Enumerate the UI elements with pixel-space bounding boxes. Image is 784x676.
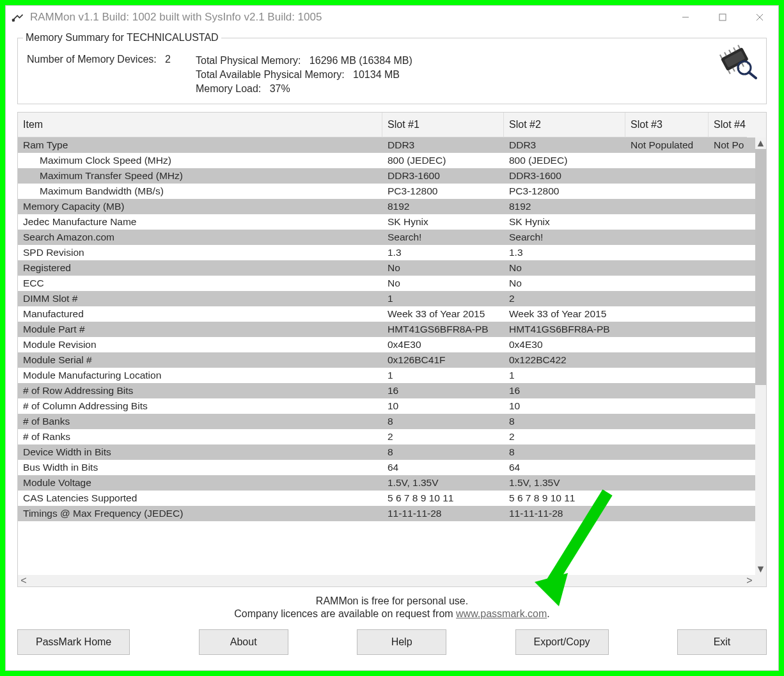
- passmark-link[interactable]: www.passmark.com: [456, 608, 547, 619]
- row-slot3: [625, 214, 709, 230]
- table-row[interactable]: Maximum Transfer Speed (MHz)DDR3-1600DDR…: [18, 168, 766, 184]
- row-label: Module Serial #: [18, 352, 382, 368]
- row-slot1: 1.3: [382, 245, 504, 260]
- row-slot4: [709, 475, 747, 491]
- row-slot2: 0x4E30: [504, 337, 625, 352]
- table-row[interactable]: Module Part #HMT41GS6BFR8A-PBHMT41GS6BFR…: [18, 322, 766, 337]
- row-label: Maximum Clock Speed (MHz): [18, 153, 382, 168]
- window-title: RAMMon v1.1 Build: 1002 built with SysIn…: [30, 11, 322, 24]
- table-row[interactable]: # of Ranks22: [18, 429, 766, 444]
- table-row[interactable]: RegisteredNoNo: [18, 260, 766, 276]
- minimize-button[interactable]: [667, 6, 704, 29]
- table-row[interactable]: SPD Revision1.31.3: [18, 245, 766, 260]
- row-label: Maximum Bandwidth (MB/s): [18, 184, 382, 199]
- row-slot1: 1: [382, 291, 504, 306]
- titlebar: RAMMon v1.1 Build: 1002 built with SysIn…: [6, 6, 778, 29]
- row-slot1: HMT41GS6BFR8A-PB: [382, 322, 504, 337]
- row-label: SPD Revision: [18, 245, 382, 260]
- table-row[interactable]: Search Amazon.comSearch!Search!: [18, 230, 766, 245]
- row-label: Bus Width in Bits: [18, 460, 382, 475]
- table-row[interactable]: # of Banks88: [18, 414, 766, 429]
- table-row[interactable]: Module Manufacturing Location11: [18, 368, 766, 383]
- total-avail-value: 10134 MB: [353, 69, 400, 80]
- svg-line-12: [728, 70, 730, 74]
- vertical-scrollbar[interactable]: ▲ ▼: [755, 138, 766, 575]
- table-row[interactable]: DIMM Slot #12: [18, 291, 766, 306]
- maximize-button[interactable]: [704, 6, 741, 29]
- svg-rect-2: [719, 14, 726, 20]
- row-slot4: [709, 429, 747, 444]
- row-slot3: [625, 506, 709, 521]
- close-button[interactable]: [741, 6, 778, 29]
- row-slot2: No: [504, 276, 625, 291]
- help-button[interactable]: Help: [357, 629, 446, 655]
- svg-line-8: [725, 52, 726, 56]
- row-slot1: 64: [382, 460, 504, 475]
- table-row[interactable]: ManufacturedWeek 33 of Year 2015Week 33 …: [18, 306, 766, 322]
- scroll-right-icon[interactable]: >: [744, 575, 755, 586]
- about-button[interactable]: About: [199, 629, 288, 655]
- table-row[interactable]: Ram TypeDDR3DDR3Not PopulatedNot Po: [18, 138, 766, 153]
- scroll-down-icon[interactable]: ▼: [755, 563, 766, 575]
- total-phys-value: 16296 MB (16384 MB): [310, 55, 412, 66]
- col-slot2[interactable]: Slot #2: [504, 113, 625, 138]
- row-slot2: 2: [504, 429, 625, 444]
- row-slot2[interactable]: Search!: [504, 230, 625, 245]
- row-slot2: 8192: [504, 199, 625, 214]
- passmark-home-button[interactable]: PassMark Home: [17, 629, 130, 655]
- summary-legend: Memory Summary for TECHNICALUSTAD: [23, 32, 221, 43]
- scrollbar-thumb[interactable]: [755, 149, 766, 385]
- row-slot1[interactable]: Search!: [382, 230, 504, 245]
- footer-line2-post: .: [547, 608, 549, 619]
- row-slot2: 10: [504, 398, 625, 414]
- row-slot4: [709, 214, 747, 230]
- row-slot1: DDR3-1600: [382, 168, 504, 184]
- table-row[interactable]: Device Width in Bits88: [18, 444, 766, 460]
- row-slot3: [625, 414, 709, 429]
- col-slot3[interactable]: Slot #3: [625, 113, 709, 138]
- row-slot3: [625, 230, 709, 245]
- table-row[interactable]: ECCNoNo: [18, 276, 766, 291]
- col-item[interactable]: Item: [18, 113, 382, 138]
- table-row[interactable]: # of Row Addressing Bits1616: [18, 383, 766, 398]
- table-row[interactable]: Memory Capacity (MB)81928192: [18, 199, 766, 214]
- scroll-up-icon[interactable]: ▲: [755, 138, 766, 149]
- table-header-row: Item Slot #1 Slot #2 Slot #3 Slot #4: [18, 113, 766, 138]
- row-slot3: [625, 444, 709, 460]
- exit-button[interactable]: Exit: [677, 629, 767, 655]
- row-slot1: 16: [382, 383, 504, 398]
- col-slot4[interactable]: Slot #4: [709, 113, 747, 138]
- row-label: Maximum Transfer Speed (MHz): [18, 168, 382, 184]
- row-slot2: DDR3: [504, 138, 625, 153]
- table-row[interactable]: Jedec Manufacture NameSK HynixSK Hynix: [18, 214, 766, 230]
- row-slot2: No: [504, 260, 625, 276]
- row-slot2: 1: [504, 368, 625, 383]
- table-row[interactable]: Module Voltage1.5V, 1.35V1.5V, 1.35V: [18, 475, 766, 491]
- table-row[interactable]: Module Serial #0x126BC41F0x122BC422: [18, 352, 766, 368]
- table-row[interactable]: CAS Latencies Supported5 6 7 8 9 10 115 …: [18, 491, 766, 506]
- row-slot1: 800 (JEDEC): [382, 153, 504, 168]
- scroll-left-icon[interactable]: <: [18, 575, 29, 586]
- export-copy-button[interactable]: Export/Copy: [515, 629, 609, 655]
- total-phys-label: Total Physical Memory:: [196, 55, 301, 66]
- row-slot3: [625, 260, 709, 276]
- table-row[interactable]: # of Column Addressing Bits1010: [18, 398, 766, 414]
- table-row[interactable]: Maximum Clock Speed (MHz)800 (JEDEC)800 …: [18, 153, 766, 168]
- row-label: # of Row Addressing Bits: [18, 383, 382, 398]
- row-slot4: [709, 260, 747, 276]
- table-row[interactable]: Module Revision0x4E300x4E30: [18, 337, 766, 352]
- row-slot1: Week 33 of Year 2015: [382, 306, 504, 322]
- table-row[interactable]: Bus Width in Bits6464: [18, 460, 766, 475]
- table-row[interactable]: Timings @ Max Frequency (JEDEC)11-11-11-…: [18, 506, 766, 521]
- row-slot1: 2: [382, 429, 504, 444]
- row-slot4: [709, 506, 747, 521]
- row-slot4: [709, 153, 747, 168]
- row-slot4: [709, 245, 747, 260]
- memory-summary-group: Memory Summary for TECHNICALUSTAD Number…: [17, 38, 767, 104]
- col-slot1[interactable]: Slot #1: [382, 113, 504, 138]
- horizontal-scrollbar[interactable]: < >: [18, 575, 766, 586]
- row-slot2: 11-11-11-28: [504, 506, 625, 521]
- row-slot4: [709, 352, 747, 368]
- table-row[interactable]: Maximum Bandwidth (MB/s)PC3-12800PC3-128…: [18, 184, 766, 199]
- row-slot4: [709, 460, 747, 475]
